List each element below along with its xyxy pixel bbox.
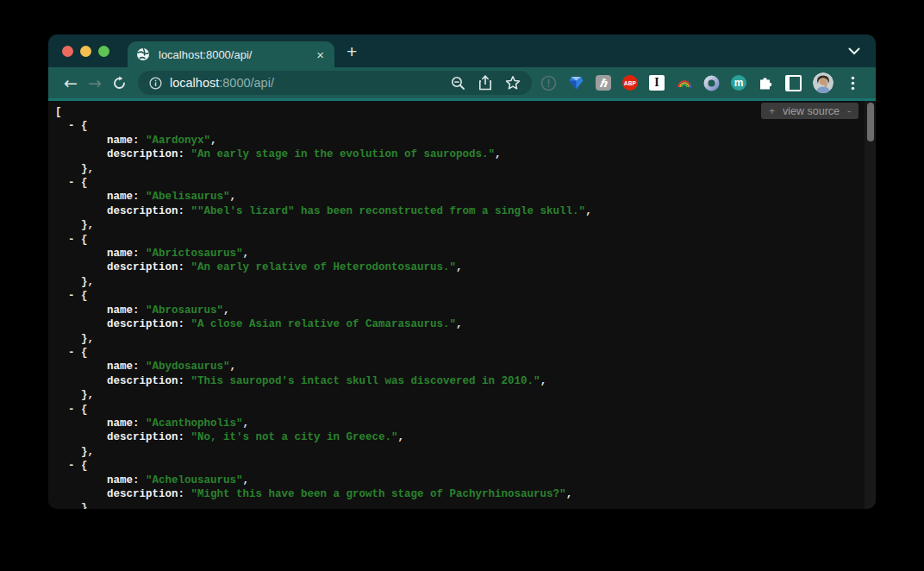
view-source-control[interactable]: + view source - <box>761 103 858 119</box>
json-line: - { <box>55 289 858 303</box>
forward-button[interactable]: → <box>83 73 107 92</box>
blue-gem-extension-icon[interactable] <box>568 75 584 91</box>
json-line: name: "Abelisaurus", <box>55 190 858 204</box>
comma: , <box>230 191 237 203</box>
json-key: description <box>107 318 178 330</box>
colon: : <box>133 361 146 373</box>
minimize-window-button[interactable] <box>80 46 91 57</box>
instapaper-extension-icon[interactable]: I <box>649 75 665 91</box>
indent <box>55 460 68 472</box>
collapse-toggle[interactable]: - <box>68 460 81 472</box>
collapse-toggle[interactable]: - <box>68 120 81 132</box>
page-content: [ - { name: "Aardonyx", description: "An… <box>48 101 876 509</box>
json-key: name <box>107 248 133 260</box>
comma: , <box>398 431 405 443</box>
json-line: description: ""Abel's lizard" has been r… <box>55 204 858 218</box>
extensions-area: ℏ ABP I m <box>540 72 861 93</box>
json-line: name: "Aardonyx", <box>55 134 858 147</box>
collapse-all-button[interactable]: - <box>847 105 851 117</box>
gray-script-extension-icon[interactable]: ℏ <box>596 75 611 91</box>
url-host: localhost <box>170 76 219 90</box>
colon: : <box>178 488 191 500</box>
browser-tab[interactable]: localhost:8000/api/ × <box>128 41 334 67</box>
zoom-out-icon[interactable] <box>451 76 465 91</box>
share-icon[interactable] <box>478 75 492 91</box>
indent <box>55 276 81 288</box>
comma: , <box>566 488 573 500</box>
json-line: - { <box>55 119 858 133</box>
indent <box>55 446 81 458</box>
profile-avatar[interactable] <box>813 72 833 93</box>
indent <box>55 417 107 430</box>
colon: : <box>133 191 146 203</box>
scrollbar-track[interactable] <box>865 101 876 509</box>
json-line: - { <box>55 403 858 417</box>
colon: : <box>178 148 191 160</box>
comma: , <box>540 375 547 387</box>
browser-menu-kebab-icon[interactable] <box>845 75 861 91</box>
json-line: }, <box>55 445 858 459</box>
json-line: description: "This sauropod's intact sku… <box>55 374 858 388</box>
indent <box>55 389 81 401</box>
back-button[interactable]: ← <box>59 73 83 92</box>
new-tab-button[interactable]: + <box>346 42 357 60</box>
json-key: description <box>107 375 178 387</box>
colon: : <box>178 375 191 387</box>
json-line: - { <box>55 233 858 247</box>
json-key: description <box>107 488 178 500</box>
blue-ring-extension-icon[interactable] <box>703 75 720 91</box>
json-line: - { <box>55 459 858 473</box>
json-line: description: "A close Asian relative of … <box>55 317 858 331</box>
indent <box>55 205 107 217</box>
side-panel-icon[interactable] <box>785 75 802 91</box>
maximize-window-button[interactable] <box>98 46 109 57</box>
object-open-brace: { <box>81 177 88 189</box>
json-string-value: "Abelisaurus" <box>146 191 230 203</box>
comma: , <box>243 417 250 430</box>
object-close-brace: }, <box>81 276 94 288</box>
json-string-value: "Might this have been a growth stage of … <box>191 488 566 500</box>
close-window-button[interactable] <box>62 46 73 57</box>
json-viewer: [ - { name: "Aardonyx", description: "An… <box>48 101 876 509</box>
adblock-plus-extension-icon[interactable]: ABP <box>622 75 638 91</box>
site-info-icon[interactable] <box>149 77 162 90</box>
teal-m-extension-icon[interactable]: m <box>731 75 746 91</box>
comma: , <box>223 304 230 317</box>
json-string-value: "No, it's not a city in Greece." <box>191 431 398 443</box>
globe-favicon-icon <box>136 47 150 61</box>
json-line: description: "An early relative of Heter… <box>55 260 858 274</box>
json-key: name <box>107 417 133 430</box>
colon: : <box>133 248 146 260</box>
json-key: description <box>107 261 178 273</box>
extensions-puzzle-icon[interactable] <box>758 75 774 91</box>
json-string-value: "Acanthopholis" <box>146 417 243 430</box>
json-line: }, <box>55 388 858 402</box>
bookmark-star-icon[interactable] <box>505 75 521 91</box>
indent <box>55 404 68 416</box>
collapse-toggle[interactable]: - <box>68 404 81 416</box>
collapse-toggle[interactable]: - <box>68 234 81 246</box>
json-line: description: "An early stage in the evol… <box>55 147 858 161</box>
json-line: name: "Abydosaurus", <box>55 360 858 373</box>
object-close-brace: }, <box>81 446 94 458</box>
object-open-brace: { <box>81 234 88 246</box>
indent <box>55 163 81 175</box>
dimmed-warning-extension-icon[interactable] <box>540 75 557 91</box>
collapse-toggle[interactable]: - <box>68 347 81 359</box>
collapse-toggle[interactable]: - <box>68 290 81 302</box>
indent <box>55 261 107 273</box>
tab-bar: localhost:8000/api/ × + <box>48 35 876 67</box>
url-text[interactable]: localhost:8000/api/ <box>170 76 274 90</box>
scrollbar-thumb[interactable] <box>867 103 874 141</box>
expand-all-button[interactable]: + <box>769 105 775 117</box>
collapse-toggle[interactable]: - <box>68 177 81 189</box>
tab-search-chevron-icon[interactable] <box>848 47 860 55</box>
indent <box>55 375 107 387</box>
rainbow-extension-icon[interactable] <box>676 75 692 91</box>
tab-close-icon[interactable]: × <box>315 48 326 61</box>
colon: : <box>178 431 191 443</box>
view-source-button[interactable]: view source <box>783 105 840 117</box>
reload-button[interactable] <box>107 76 131 91</box>
json-line: }, <box>55 332 858 346</box>
address-bar[interactable]: localhost:8000/api/ <box>138 71 532 95</box>
